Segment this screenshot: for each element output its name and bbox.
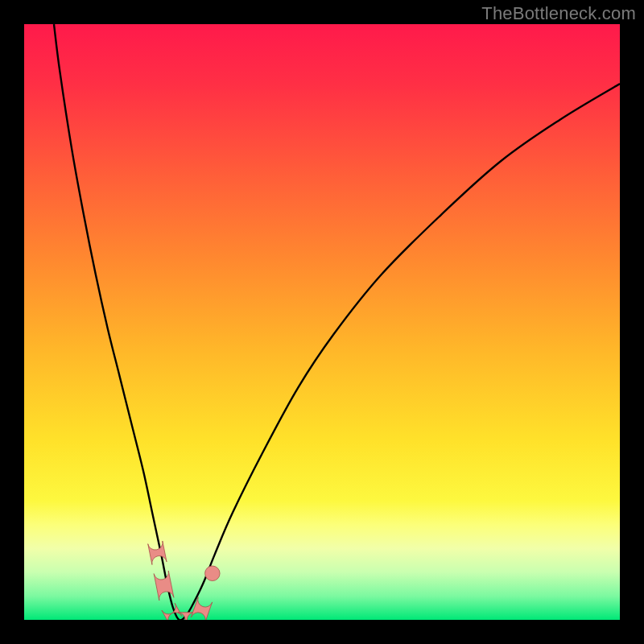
watermark-text: TheBottleneck.com [481,3,636,24]
plot-area [24,24,620,620]
curve-layer [24,24,620,620]
chart-frame: TheBottleneck.com [0,0,644,644]
data-point-markers [148,541,220,620]
bottleneck-curve [54,24,620,620]
marker-circle [205,566,221,581]
marker-capsule [148,541,167,565]
